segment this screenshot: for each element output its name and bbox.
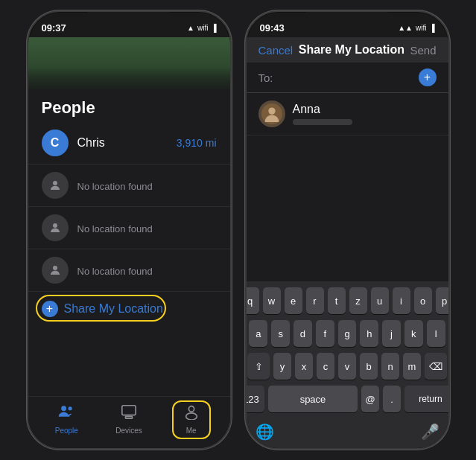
key-n[interactable]: n	[381, 353, 399, 380]
key-r[interactable]: r	[306, 287, 324, 314]
person-item-chris[interactable]: C Chris 3,910 mi	[28, 122, 230, 164]
send-button[interactable]: Send	[410, 44, 436, 57]
wifi-icon-right: wifi	[416, 24, 426, 32]
key-t[interactable]: t	[328, 287, 346, 314]
svg-point-7	[188, 406, 194, 411]
notch-right	[306, 12, 388, 30]
tab-me[interactable]: Me	[160, 403, 223, 435]
person-name-chris: Chris	[77, 136, 177, 150]
share-location-label: Share My Location	[64, 302, 163, 316]
svg-rect-5	[122, 405, 136, 415]
key-a[interactable]: a	[249, 320, 267, 347]
at-key[interactable]: @	[361, 386, 379, 412]
key-o[interactable]: o	[414, 287, 432, 314]
shift-key[interactable]: ⇧	[247, 353, 270, 380]
recipient-avatar	[258, 100, 285, 127]
keyboard: q w e r t z u i o p a s d f g h j k	[247, 281, 448, 448]
tab-people[interactable]: People	[36, 403, 98, 435]
devices-tab-icon	[121, 403, 137, 424]
key-j[interactable]: j	[382, 320, 401, 347]
person-info-1: No location found	[77, 179, 217, 192]
svg-point-10	[268, 107, 275, 114]
key-q[interactable]: q	[245, 287, 259, 314]
keyboard-row-3: ⇧ y x c v b n m ⌫	[250, 353, 445, 380]
key-f[interactable]: f	[316, 320, 334, 347]
left-screen: People C Chris 3,910 mi No location foun…	[28, 37, 230, 448]
keyboard-row-4: 123 space @ . return	[250, 386, 445, 412]
key-w[interactable]: w	[263, 287, 281, 314]
signal-icon-right: ▲▲	[398, 24, 413, 32]
key-i[interactable]: i	[393, 287, 410, 314]
key-s[interactable]: s	[271, 320, 290, 347]
to-label: To:	[258, 71, 273, 84]
keyboard-row-1: q w e r t z u i o p	[250, 287, 445, 314]
avatar-grey-3	[42, 257, 69, 284]
person-item-2[interactable]: No location found	[28, 207, 230, 249]
key-u[interactable]: u	[371, 287, 389, 314]
tab-devices[interactable]: Devices	[98, 403, 160, 435]
plus-icon: +	[42, 301, 58, 317]
no-location-3: No location found	[77, 266, 217, 277]
key-g[interactable]: g	[338, 320, 357, 347]
key-l[interactable]: l	[427, 320, 445, 347]
svg-point-1	[53, 223, 57, 228]
svg-point-0	[53, 181, 57, 185]
key-e[interactable]: e	[285, 287, 302, 314]
tab-me-label: Me	[186, 427, 197, 435]
key-x[interactable]: x	[295, 353, 313, 380]
person-item-3[interactable]: No location found	[28, 249, 230, 292]
key-b[interactable]: b	[360, 353, 378, 380]
recipient-row[interactable]: Anna	[247, 93, 448, 135]
key-p[interactable]: p	[436, 287, 450, 314]
key-z[interactable]: z	[349, 287, 367, 314]
tab-bar-left: People Devices	[28, 396, 230, 448]
microphone-icon[interactable]: 🎤	[421, 423, 439, 441]
map-thumbnail	[28, 37, 230, 89]
cancel-button[interactable]: Cancel	[258, 44, 293, 57]
share-location-button[interactable]: + Share My Location	[28, 292, 230, 326]
person-item-1[interactable]: No location found	[28, 164, 230, 207]
key-m[interactable]: m	[403, 353, 421, 380]
key-v[interactable]: v	[338, 353, 356, 380]
key-y[interactable]: y	[273, 353, 291, 380]
return-key[interactable]: return	[404, 386, 450, 412]
avatar-grey-1	[42, 172, 69, 199]
person-list: C Chris 3,910 mi No location found	[28, 122, 230, 396]
nav-title: Share My Location	[299, 43, 404, 57]
globe-icon[interactable]: 🌐	[256, 423, 274, 441]
tab-devices-label: Devices	[115, 427, 142, 435]
tab-people-label: People	[55, 427, 78, 435]
dot-key[interactable]: .	[383, 386, 401, 412]
spacer	[247, 135, 448, 281]
left-phone: 09:37 ▲ wifi ▐ People C Chris 3,910 mi	[27, 10, 232, 450]
time-left: 09:37	[42, 22, 66, 33]
keyboard-bottom-row: 🌐 🎤	[250, 418, 445, 445]
key-d[interactable]: d	[293, 320, 312, 347]
person-info-2: No location found	[77, 222, 217, 234]
status-icons-right: ▲▲ wifi ▐	[398, 24, 434, 32]
nav-bar: Cancel Share My Location Send	[247, 37, 448, 63]
svg-point-2	[53, 266, 57, 270]
svg-point-3	[61, 406, 66, 411]
key-h[interactable]: h	[360, 320, 378, 347]
signal-icon: ▲	[187, 24, 194, 32]
to-row: To: +	[247, 63, 448, 93]
status-icons-left: ▲ wifi ▐	[187, 24, 216, 32]
no-location-1: No location found	[77, 181, 217, 192]
person-info-chris: Chris	[77, 136, 177, 150]
battery-icon: ▐	[211, 24, 216, 32]
key-c[interactable]: c	[317, 353, 334, 380]
right-screen: Cancel Share My Location Send To: + Anna	[247, 37, 448, 448]
avatar-grey-2	[42, 214, 69, 241]
space-key[interactable]: space	[268, 386, 358, 412]
people-header: People	[28, 89, 230, 122]
me-tab-icon	[183, 403, 200, 424]
add-recipient-button[interactable]: +	[419, 68, 437, 86]
delete-key[interactable]: ⌫	[425, 353, 447, 380]
recipient-info: Anna	[293, 103, 352, 125]
key-k[interactable]: k	[404, 320, 423, 347]
recipient-sub	[293, 119, 352, 125]
avatar-chris: C	[42, 130, 69, 156]
numbers-key[interactable]: 123	[245, 386, 265, 412]
svg-rect-8	[185, 412, 197, 419]
